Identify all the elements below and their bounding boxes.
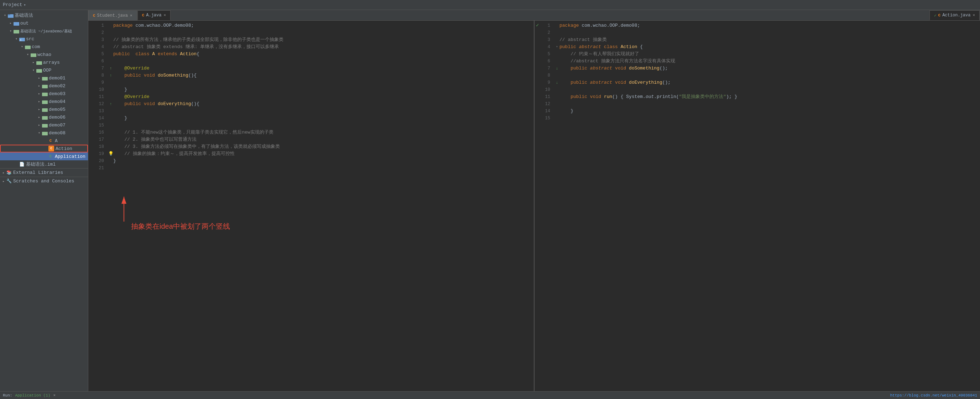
line-num-r9: 9 xyxy=(537,79,550,86)
right-editor-pane: ✓ 1 package com.wchao.OOP.demo08; 2 xyxy=(535,21,980,391)
tab-label-Action: Action.java xyxy=(942,13,970,18)
svg-rect-12 xyxy=(42,93,48,96)
arrow-demo01 xyxy=(37,76,41,80)
sidebar-item-jichu[interactable]: 基础语法 xyxy=(0,11,88,19)
line-num-r5: 5 xyxy=(537,51,550,58)
arrow-demo02 xyxy=(37,84,41,88)
sidebar-item-demo04[interactable]: demo04 xyxy=(0,97,88,105)
gutter-r9: ↓ xyxy=(554,79,560,86)
line-num-r10: 10 xyxy=(537,86,550,93)
line-content-r11: public void run() { System.out.println("… xyxy=(560,93,977,101)
line-num-l15: 15 xyxy=(91,122,104,129)
line-content-r5: // 约束～有人帮我们实现就好了 xyxy=(560,51,977,58)
label-demo02: demo02 xyxy=(49,83,65,89)
code-line-l2: 2 xyxy=(88,29,534,36)
code-line-l19: 19 💡 // 抽象的抽象：约束～，提高开发效率，提高可控性 xyxy=(88,150,534,158)
arrow-scratches xyxy=(2,179,6,184)
sidebar-item-wchao[interactable]: wchao xyxy=(0,51,88,58)
code-line-l21: 21 xyxy=(88,164,534,172)
line-content-l8: public void doSomething(){ xyxy=(113,72,531,79)
folder-icon-demo04 xyxy=(42,99,48,104)
arrow-demo04 xyxy=(37,99,41,104)
sidebar-item-demo08[interactable]: demo08 xyxy=(0,129,88,137)
tab-close-A[interactable]: × xyxy=(164,13,166,18)
line-num-l20: 20 xyxy=(91,158,104,164)
project-label: Project xyxy=(3,2,22,8)
code-line-l14: 14 } xyxy=(88,115,534,122)
line-content-l17: // 2. 抽象类中也可以写普通方法 xyxy=(113,136,531,143)
code-line-r4: 4 ▾ public abstract class Action { xyxy=(535,43,980,51)
line-num-l3: 3 xyxy=(91,36,104,43)
run-close[interactable]: × xyxy=(53,393,56,397)
label-demo04: demo04 xyxy=(49,99,65,104)
sidebar-item-oop[interactable]: OOP xyxy=(0,66,88,74)
sidebar-item-Action[interactable]: C Action xyxy=(0,145,88,152)
sidebar-item-A[interactable]: C A xyxy=(0,137,88,145)
project-arrow: ▾ xyxy=(24,3,26,7)
label-wchao: wchao xyxy=(37,52,51,57)
line-content-l14: } xyxy=(113,115,531,122)
java-icon-A: C xyxy=(48,138,53,144)
line-content-l19: // 抽象的抽象：约束～，提高开发效率，提高可控性 xyxy=(113,150,531,158)
tab-student[interactable]: C Student.java × xyxy=(88,10,137,20)
sidebar-item-demo02[interactable]: demo02 xyxy=(0,82,88,90)
tab-close-student[interactable]: × xyxy=(130,14,132,18)
code-line-r5: 5 // 约束～有人帮我们实现就好了 xyxy=(535,51,980,58)
code-line-l17: 17 // 2. 抽象类中也可以写普通方法 xyxy=(88,136,534,143)
right-code-area[interactable]: 1 package com.wchao.OOP.demo08; 2 3 xyxy=(535,21,980,391)
arrow-jichu xyxy=(3,13,7,18)
label-demo01: demo01 xyxy=(49,75,65,81)
sidebar-item-demo06[interactable]: demo06 xyxy=(0,113,88,121)
label-demo08: demo08 xyxy=(49,130,65,136)
left-code-area[interactable]: 1 package com.wchao.OOP.demo08; 2 3 xyxy=(88,21,534,391)
tab-close-Action[interactable]: × xyxy=(972,13,975,18)
label-jichu: 基础语法 xyxy=(14,12,33,19)
sidebar-item-arrays[interactable]: arrays xyxy=(0,58,88,66)
sidebar-item-com[interactable]: com xyxy=(0,43,88,51)
tab-icon-Action2: C xyxy=(938,13,941,18)
sidebar-item-Application[interactable]: C Application xyxy=(0,152,88,160)
sidebar-item-jichu2[interactable]: 基础语法 ~/javaDemo/基础 xyxy=(0,27,88,35)
sidebar-item-demo05[interactable]: demo05 xyxy=(0,105,88,113)
code-line-r7: 7 ↓ public abstract void doSomething(); xyxy=(535,65,980,72)
sidebar-item-demo03[interactable]: demo03 xyxy=(0,90,88,97)
tab-icon-student: C xyxy=(93,14,95,18)
line-content-r3: // abstract 抽象类 xyxy=(560,36,977,43)
main-area: 基础语法 out 基础语法 ~/javaDemo/基础 xyxy=(0,10,980,391)
code-line-r6: 6 //abstract 抽象方法只有方法名字没有具体实现 xyxy=(535,58,980,65)
svg-rect-2 xyxy=(14,22,19,26)
gutter-l7: ↑ xyxy=(108,65,113,72)
sidebar-item-out[interactable]: out xyxy=(0,19,88,27)
fold-r4[interactable]: ▾ xyxy=(556,43,558,51)
sidebar-item-scratches[interactable]: 🔧 Scratches and Consoles xyxy=(0,177,88,185)
implement-gutter-12: ↑ xyxy=(110,101,112,108)
svg-rect-15 xyxy=(42,116,48,120)
sidebar-item-demo01[interactable]: demo01 xyxy=(0,74,88,82)
label-jichu2: 基础语法 ~/javaDemo/基础 xyxy=(20,29,72,34)
sidebar-item-iml[interactable]: 📄 基础语法.iml xyxy=(0,160,88,168)
line-content-l4: // abstract 抽象类 extends 继承: 单继承，没有多继承，接口… xyxy=(113,43,531,51)
sidebar-item-demo07[interactable]: demo07 xyxy=(0,121,88,129)
svg-rect-11 xyxy=(42,85,48,88)
svg-rect-9 xyxy=(36,69,42,73)
tab-A[interactable]: C A.java × xyxy=(137,10,170,20)
line-num-l12: 12 xyxy=(91,101,104,108)
status-right: https://blog.csdn.net/weixin_49036841 xyxy=(890,393,977,397)
right-gutter-check: ✓ xyxy=(535,22,539,28)
implement-gutter-r7: ↓ xyxy=(556,65,558,72)
sidebar-item-src[interactable]: s src xyxy=(0,35,88,43)
sidebar-item-extlibs[interactable]: 📚 External Libraries xyxy=(0,168,88,177)
line-content-l10: } xyxy=(113,86,531,93)
code-line-l8: 8 ↑ public void doSomething(){ xyxy=(88,72,534,79)
code-line-r1: 1 package com.wchao.OOP.demo08; xyxy=(535,22,980,29)
line-num-l16: 16 xyxy=(91,129,104,136)
arrow-com xyxy=(20,45,24,49)
label-demo06: demo06 xyxy=(49,115,65,120)
app-label: Application (1) xyxy=(15,393,50,397)
tab-Action[interactable]: ✓ C Action.java × xyxy=(929,10,980,20)
line-num-l19: 19 xyxy=(91,150,104,158)
svg-rect-14 xyxy=(42,108,48,112)
action-icon: C xyxy=(48,146,54,152)
code-line-l15: 15 xyxy=(88,122,534,129)
line-content-l18: // 3. 抽象方法必须写在抽象类中，有了抽象方法，该类就必须写成抽象类 xyxy=(113,143,531,150)
